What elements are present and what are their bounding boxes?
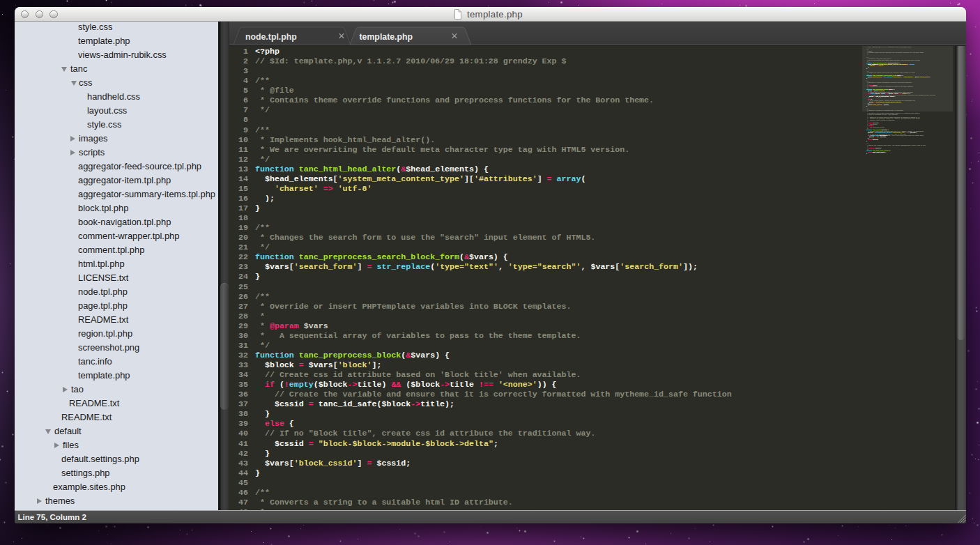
svg-text:template.php: template.php <box>360 32 413 42</box>
svg-text:node.tpl.php: node.tpl.php <box>245 32 297 42</box>
